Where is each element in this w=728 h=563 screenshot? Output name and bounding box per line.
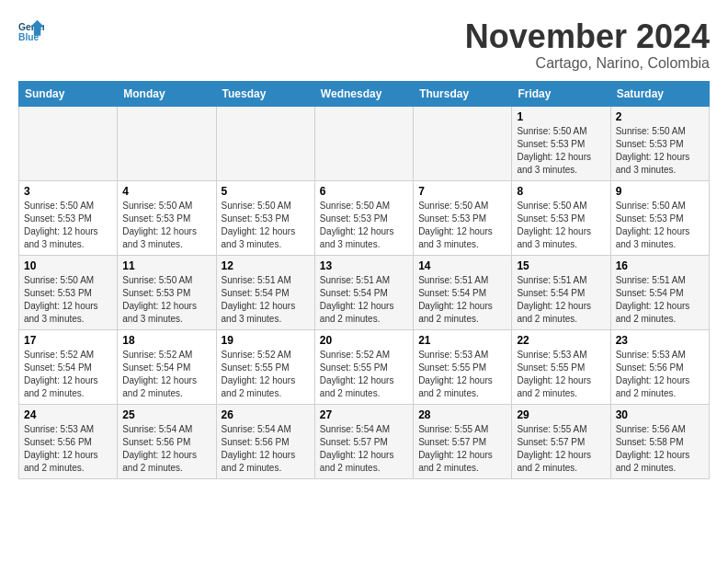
day-number: 8 [517,185,605,198]
day-cell: 9Sunrise: 5:50 AM Sunset: 5:53 PM Daylig… [610,180,709,255]
day-number: 25 [122,408,210,421]
day-cell: 15Sunrise: 5:51 AM Sunset: 5:54 PM Dayli… [512,255,610,329]
day-info: Sunrise: 5:51 AM Sunset: 5:54 PM Dayligh… [616,274,704,326]
day-cell: 12Sunrise: 5:51 AM Sunset: 5:54 PM Dayli… [216,255,314,329]
day-cell: 26Sunrise: 5:54 AM Sunset: 5:56 PM Dayli… [216,404,314,478]
day-info: Sunrise: 5:53 AM Sunset: 5:55 PM Dayligh… [418,349,506,400]
day-number: 3 [24,185,112,198]
day-info: Sunrise: 5:54 AM Sunset: 5:56 PM Dayligh… [222,423,310,475]
day-cell [414,106,512,180]
day-number: 23 [616,334,704,347]
month-title: November 2024 [465,18,710,55]
day-number: 12 [222,259,310,272]
logo-icon: General Blue [18,18,44,44]
day-info: Sunrise: 5:50 AM Sunset: 5:53 PM Dayligh… [24,200,112,251]
day-cell: 19Sunrise: 5:52 AM Sunset: 5:55 PM Dayli… [216,329,314,404]
day-cell: 14Sunrise: 5:51 AM Sunset: 5:54 PM Dayli… [414,255,512,329]
day-number: 27 [320,408,408,421]
day-number: 22 [517,334,605,347]
day-number: 4 [122,185,210,198]
day-info: Sunrise: 5:53 AM Sunset: 5:56 PM Dayligh… [616,349,704,400]
day-number: 26 [222,408,310,421]
day-number: 28 [418,408,506,421]
day-info: Sunrise: 5:51 AM Sunset: 5:54 PM Dayligh… [222,274,310,326]
day-info: Sunrise: 5:51 AM Sunset: 5:54 PM Dayligh… [418,274,506,326]
day-number: 11 [122,259,210,272]
weekday-header-monday: Monday [118,81,216,106]
day-info: Sunrise: 5:50 AM Sunset: 5:53 PM Dayligh… [222,200,310,251]
day-number: 20 [320,334,408,347]
title-area: November 2024 Cartago, Narino, Colombia [465,18,710,72]
day-cell [19,106,118,180]
day-info: Sunrise: 5:52 AM Sunset: 5:54 PM Dayligh… [24,349,112,400]
calendar-table: SundayMondayTuesdayWednesdayThursdayFrid… [18,81,710,479]
day-number: 6 [320,185,408,198]
day-info: Sunrise: 5:56 AM Sunset: 5:58 PM Dayligh… [616,423,704,475]
day-number: 7 [418,185,506,198]
day-info: Sunrise: 5:50 AM Sunset: 5:53 PM Dayligh… [418,200,506,251]
day-number: 13 [320,259,408,272]
weekday-header-saturday: Saturday [610,81,709,106]
day-cell [118,106,216,180]
day-cell: 18Sunrise: 5:52 AM Sunset: 5:54 PM Dayli… [118,329,216,404]
day-number: 24 [24,408,112,421]
calendar-header: SundayMondayTuesdayWednesdayThursdayFrid… [19,81,710,106]
weekday-header-sunday: Sunday [19,81,118,106]
day-cell: 28Sunrise: 5:55 AM Sunset: 5:57 PM Dayli… [414,404,512,478]
logo: General Blue [18,18,44,44]
day-cell: 6Sunrise: 5:50 AM Sunset: 5:53 PM Daylig… [314,180,413,255]
day-info: Sunrise: 5:50 AM Sunset: 5:53 PM Dayligh… [517,125,605,177]
day-info: Sunrise: 5:55 AM Sunset: 5:57 PM Dayligh… [418,423,506,475]
day-number: 15 [517,259,605,272]
day-cell: 21Sunrise: 5:53 AM Sunset: 5:55 PM Dayli… [414,329,512,404]
day-number: 29 [517,408,605,421]
weekday-header-wednesday: Wednesday [314,81,413,106]
day-info: Sunrise: 5:50 AM Sunset: 5:53 PM Dayligh… [320,200,408,251]
day-cell: 16Sunrise: 5:51 AM Sunset: 5:54 PM Dayli… [610,255,709,329]
weekday-row: SundayMondayTuesdayWednesdayThursdayFrid… [19,81,710,106]
week-row-3: 10Sunrise: 5:50 AM Sunset: 5:53 PM Dayli… [19,255,710,329]
day-number: 30 [616,408,704,421]
day-cell: 10Sunrise: 5:50 AM Sunset: 5:53 PM Dayli… [19,255,118,329]
day-cell: 13Sunrise: 5:51 AM Sunset: 5:54 PM Dayli… [314,255,413,329]
day-info: Sunrise: 5:50 AM Sunset: 5:53 PM Dayligh… [122,200,210,251]
day-info: Sunrise: 5:52 AM Sunset: 5:55 PM Dayligh… [222,349,310,400]
day-cell: 23Sunrise: 5:53 AM Sunset: 5:56 PM Dayli… [610,329,709,404]
day-cell [216,106,314,180]
weekday-header-tuesday: Tuesday [216,81,314,106]
day-number: 9 [616,185,704,198]
header: General Blue November 2024 Cartago, Nari… [18,18,710,72]
day-info: Sunrise: 5:54 AM Sunset: 5:56 PM Dayligh… [122,423,210,475]
day-info: Sunrise: 5:53 AM Sunset: 5:56 PM Dayligh… [24,423,112,475]
day-cell: 7Sunrise: 5:50 AM Sunset: 5:53 PM Daylig… [414,180,512,255]
day-cell [314,106,413,180]
day-cell: 27Sunrise: 5:54 AM Sunset: 5:57 PM Dayli… [314,404,413,478]
day-number: 17 [24,334,112,347]
day-info: Sunrise: 5:55 AM Sunset: 5:57 PM Dayligh… [517,423,605,475]
day-number: 14 [418,259,506,272]
day-cell: 8Sunrise: 5:50 AM Sunset: 5:53 PM Daylig… [512,180,610,255]
day-info: Sunrise: 5:52 AM Sunset: 5:55 PM Dayligh… [320,349,408,400]
week-row-1: 1Sunrise: 5:50 AM Sunset: 5:53 PM Daylig… [19,106,710,180]
week-row-2: 3Sunrise: 5:50 AM Sunset: 5:53 PM Daylig… [19,180,710,255]
day-info: Sunrise: 5:54 AM Sunset: 5:57 PM Dayligh… [320,423,408,475]
weekday-header-friday: Friday [512,81,610,106]
day-info: Sunrise: 5:53 AM Sunset: 5:55 PM Dayligh… [517,349,605,400]
day-info: Sunrise: 5:51 AM Sunset: 5:54 PM Dayligh… [517,274,605,326]
day-cell: 29Sunrise: 5:55 AM Sunset: 5:57 PM Dayli… [512,404,610,478]
day-cell: 25Sunrise: 5:54 AM Sunset: 5:56 PM Dayli… [118,404,216,478]
day-number: 21 [418,334,506,347]
week-row-4: 17Sunrise: 5:52 AM Sunset: 5:54 PM Dayli… [19,329,710,404]
day-cell: 1Sunrise: 5:50 AM Sunset: 5:53 PM Daylig… [512,106,610,180]
day-number: 16 [616,259,704,272]
day-info: Sunrise: 5:50 AM Sunset: 5:53 PM Dayligh… [616,200,704,251]
day-info: Sunrise: 5:50 AM Sunset: 5:53 PM Dayligh… [122,274,210,326]
day-cell: 11Sunrise: 5:50 AM Sunset: 5:53 PM Dayli… [118,255,216,329]
subtitle: Cartago, Narino, Colombia [465,55,710,72]
day-number: 10 [24,259,112,272]
day-cell: 24Sunrise: 5:53 AM Sunset: 5:56 PM Dayli… [19,404,118,478]
day-cell: 22Sunrise: 5:53 AM Sunset: 5:55 PM Dayli… [512,329,610,404]
week-row-5: 24Sunrise: 5:53 AM Sunset: 5:56 PM Dayli… [19,404,710,478]
day-info: Sunrise: 5:50 AM Sunset: 5:53 PM Dayligh… [517,200,605,251]
day-cell: 20Sunrise: 5:52 AM Sunset: 5:55 PM Dayli… [314,329,413,404]
